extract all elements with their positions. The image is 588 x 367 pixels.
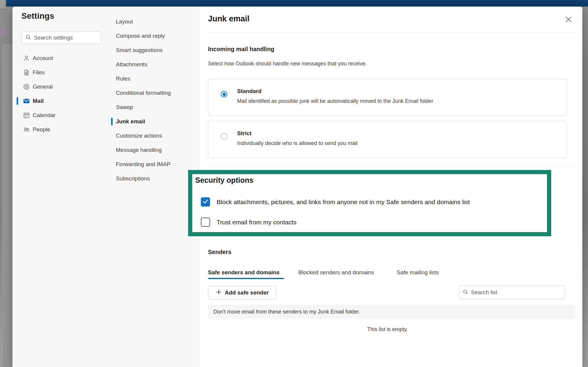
sidebar-item-mail[interactable]: Mail [12, 94, 111, 108]
search-icon [25, 34, 31, 41]
incoming-mail-description: Select how Outlook should handle new mes… [208, 61, 367, 67]
trust-contacts-label: Trust email from my contacts [217, 219, 297, 226]
selected-tab-underline [208, 278, 284, 279]
close-button[interactable] [563, 14, 574, 26]
senders-heading: Senders [208, 249, 231, 256]
category-item-junk-email[interactable]: Junk email [111, 114, 200, 129]
category-item-label: Attachments [116, 61, 147, 68]
background-card-edge [2, 45, 13, 367]
safe-senders-info-text: Don't move email from these senders to m… [213, 309, 360, 315]
checkmark-icon [201, 197, 210, 207]
settings-search-input[interactable]: Search settings [21, 31, 101, 44]
sidebar-item-label: People [33, 126, 50, 133]
category-item-customize-actions[interactable]: Customize actions [111, 129, 200, 143]
settings-sidebar-nav: Account Files [12, 51, 111, 137]
category-item-rules[interactable]: Rules [111, 72, 200, 86]
category-item-compose-and-reply[interactable]: Compose and reply [111, 29, 200, 43]
add-safe-sender-label: Add safe sender [225, 289, 269, 296]
category-item-forwarding-and-imap[interactable]: Forwarding and IMAP [111, 157, 200, 171]
page-title: Junk email [208, 14, 250, 23]
header-divider [208, 32, 576, 33]
document-icon [23, 69, 30, 76]
calendar-icon [23, 112, 30, 119]
search-icon [463, 289, 468, 296]
background-window-tab [0, 0, 6, 10]
category-item-label: Layout [116, 18, 133, 25]
category-item-conditional-formatting[interactable]: Conditional formatting [111, 86, 200, 100]
sidebar-item-label: General [33, 84, 53, 90]
section-divider [208, 166, 576, 167]
sidebar-item-label: Mail [33, 98, 44, 104]
category-item-label: Compose and reply [116, 33, 165, 39]
standard-option-card[interactable]: Standard Mail identified as possible jun… [208, 79, 567, 116]
settings-search-placeholder: Search settings [34, 34, 73, 41]
category-item-label: Smart suggestions [116, 47, 163, 53]
category-item-attachments[interactable]: Attachments [111, 57, 200, 72]
selected-indicator-bar [17, 97, 18, 105]
settings-dialog: Settings Search settings Account [12, 7, 582, 367]
selected-indicator-bar [111, 118, 113, 125]
security-options-heading: Security options [195, 176, 253, 185]
sidebar-item-calendar[interactable]: Calendar [12, 108, 111, 122]
radio-dot [223, 93, 226, 96]
strict-option-description: Individually decide who is allowed to se… [237, 140, 357, 147]
category-item-label: Junk email [116, 118, 145, 125]
plus-icon [216, 289, 222, 296]
dimmed-backdrop-right [582, 7, 588, 367]
category-item-smart-suggestions[interactable]: Smart suggestions [111, 43, 200, 57]
sidebar-item-people[interactable]: People [12, 122, 111, 137]
mail-settings-category-panel: Layout Compose and reply Smart suggestio… [111, 7, 200, 367]
add-safe-sender-button[interactable]: Add safe sender [208, 286, 276, 300]
strict-option-card[interactable]: Strict Individually decide who is allowe… [208, 121, 567, 158]
standard-option-description: Mail identified as possible junk will be… [237, 98, 433, 104]
browser-top-bar [0, 0, 588, 7]
close-icon [565, 15, 573, 25]
security-options-annotation-box: Security options Block attachments, pict… [188, 170, 551, 236]
tab-safe-senders-and-domains[interactable]: Safe senders and domains [208, 269, 280, 276]
radio-strict[interactable] [221, 133, 227, 140]
sidebar-item-general[interactable]: General [12, 80, 111, 94]
category-item-label: Message handling [116, 147, 162, 153]
search-list-input[interactable]: Search list [459, 286, 565, 299]
reply-all-icon [1, 29, 11, 39]
tab-blocked-senders-and-domains[interactable]: Blocked senders and domains [298, 269, 374, 276]
safe-senders-info-band: Don't move email from these senders to m… [208, 305, 576, 319]
category-item-label: Sweep [116, 104, 133, 111]
checkbox-trust-contacts[interactable] [201, 218, 210, 227]
search-list-placeholder: Search list [471, 289, 497, 296]
sidebar-item-label: Account [33, 55, 53, 62]
sidebar-item-label: Calendar [33, 112, 56, 119]
category-item-label: Subscriptions [116, 175, 150, 182]
sidebar-item-account[interactable]: Account [12, 51, 111, 65]
category-item-message-handling[interactable]: Message handling [111, 143, 200, 157]
settings-sidebar: Settings Search settings Account [12, 7, 111, 367]
strict-option-title: Strict [237, 130, 252, 137]
incoming-mail-heading: Incoming mail handling [208, 46, 274, 53]
category-item-label: Rules [116, 75, 130, 82]
category-item-subscriptions[interactable]: Subscriptions [111, 171, 200, 186]
category-item-label: Forwarding and IMAP [116, 161, 171, 168]
people-icon [23, 126, 30, 133]
radio-standard[interactable] [221, 91, 227, 97]
category-item-sweep[interactable]: Sweep [111, 100, 200, 114]
sidebar-item-files[interactable]: Files [12, 65, 111, 80]
person-icon [23, 55, 30, 62]
mail-icon [23, 98, 30, 104]
category-item-layout[interactable]: Layout [111, 15, 200, 29]
sidebar-item-label: Files [33, 69, 45, 76]
tab-safe-mailing-lists[interactable]: Safe mailing lists [397, 269, 439, 276]
category-item-label: Conditional formatting [116, 90, 171, 96]
gear-icon [23, 84, 30, 90]
mail-settings-category-nav: Layout Compose and reply Smart suggestio… [111, 15, 200, 186]
settings-dialog-title: Settings [21, 11, 54, 21]
checkbox-block-attachments[interactable] [201, 197, 210, 207]
block-attachments-label: Block attachments, pictures, and links f… [217, 199, 470, 206]
standard-option-title: Standard [237, 88, 261, 94]
empty-list-text: This list is empty. [208, 326, 567, 333]
category-item-label: Customize actions [116, 133, 162, 139]
